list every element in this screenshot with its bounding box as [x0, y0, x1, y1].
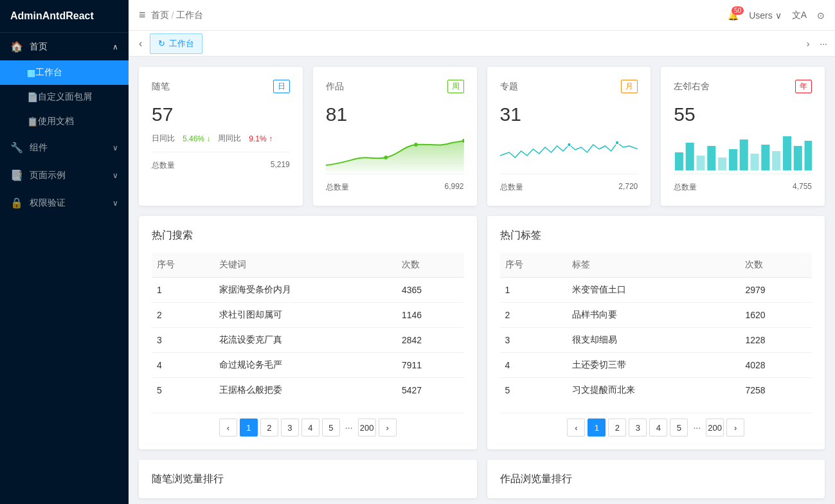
table-cell: 习文提酸而北来 — [567, 378, 741, 403]
hot-tags-col-count: 次数 — [740, 253, 812, 278]
sidebar-item-workbench[interactable]: ▦ 工作台 — [0, 60, 129, 85]
hs-page-last[interactable]: 200 — [358, 419, 376, 437]
bottom-sections-row: 随笔浏览量排行 作品浏览量排行 — [139, 460, 825, 498]
table-row: 4命过规论务毛严7911 — [152, 353, 464, 378]
svg-rect-17 — [805, 141, 812, 170]
hs-page-2[interactable]: 2 — [260, 419, 278, 437]
tabbar: ‹ ↻ 工作台 › ··· — [129, 31, 835, 57]
breadcrumb-current: 工作台 — [176, 10, 203, 21]
header: ≡ 首页 / 工作台 🔔 50 Users ∨ 文A ⊙ — [129, 0, 835, 31]
user-menu-button[interactable]: Users ∨ — [749, 10, 781, 21]
tab-next-button[interactable]: › — [804, 36, 813, 51]
table-cell: 土还委切三带 — [567, 353, 741, 378]
stat-footer-zhuanti: 总数量 2,720 — [500, 174, 638, 193]
ht-next-btn[interactable]: › — [726, 419, 744, 437]
hs-next-btn[interactable]: › — [379, 419, 397, 437]
hot-tags-col-tag: 标签 — [567, 253, 741, 278]
table-cell: 求社引图却属可 — [214, 303, 397, 328]
zuolin-chart — [674, 133, 812, 174]
svg-rect-8 — [708, 146, 716, 170]
table-row: 2品样书向要1620 — [500, 303, 813, 328]
zhuanti-chart — [500, 133, 638, 174]
table-cell: 5 — [152, 378, 214, 403]
tab-prev-button[interactable]: ‹ — [134, 35, 147, 52]
language-icon: 文A — [792, 10, 807, 20]
ht-page-1[interactable]: 1 — [588, 419, 606, 437]
menu-toggle-button[interactable]: ≡ — [139, 8, 146, 22]
table-cell: 2842 — [397, 328, 463, 353]
stat-total-label-zhuanti: 总数量 — [500, 182, 523, 193]
svg-rect-6 — [686, 143, 694, 170]
table-cell: 很支却细易 — [567, 328, 741, 353]
language-switch-button[interactable]: 文A — [792, 10, 807, 21]
hot-tags-pagination: ‹ 1 2 3 4 5 ··· 200 › — [500, 413, 813, 437]
ht-page-2[interactable]: 2 — [608, 419, 626, 437]
table-cell: 2 — [500, 303, 567, 328]
hs-prev-btn[interactable]: ‹ — [219, 419, 237, 437]
stat-total-value-zuopin: 6,992 — [444, 182, 463, 193]
ht-page-5[interactable]: 5 — [670, 419, 688, 437]
table-row: 1米变管值土口2979 — [500, 278, 813, 303]
table-row: 5王据格么般把委5427 — [152, 378, 464, 403]
stat-badge-zuolin: 年 — [795, 80, 812, 93]
ht-page-4[interactable]: 4 — [649, 419, 667, 437]
hot-tags-col-index: 序号 — [500, 253, 567, 278]
notification-button[interactable]: 🔔 50 — [728, 10, 739, 21]
stat-trend-suibi: 日同比 5.46% ↓ 周同比 9.1% ↑ — [152, 133, 290, 144]
hot-tags-table: 序号 标签 次数 1米变管值土口29792品样书向要16203很支却细易1228… — [500, 253, 813, 402]
ht-page-3[interactable]: 3 — [629, 419, 647, 437]
svg-rect-10 — [729, 149, 737, 170]
table-row: 4土还委切三带4028 — [500, 353, 813, 378]
hot-tags-panel: 热门标签 序号 标签 次数 1米变管值土口29792品样书向要16203很支却细… — [487, 216, 825, 449]
trend1-label: 日同比 — [152, 133, 175, 144]
svg-point-3 — [567, 143, 571, 147]
tab-workbench[interactable]: ↻ 工作台 — [150, 33, 202, 54]
hot-search-col-index: 序号 — [152, 253, 214, 278]
hs-page-1[interactable]: 1 — [240, 419, 258, 437]
table-row: 3花流设委克厂真2842 — [152, 328, 464, 353]
svg-rect-13 — [762, 145, 770, 170]
zuopin-chart — [326, 133, 464, 174]
table-cell: 1146 — [397, 303, 463, 328]
tab-workbench-label: 工作台 — [169, 38, 194, 50]
stat-value-zhuanti: 31 — [500, 104, 638, 125]
svg-rect-16 — [794, 146, 802, 170]
settings-button[interactable]: ⊙ — [817, 10, 825, 21]
stat-value-suibi: 57 — [152, 104, 290, 125]
sidebar-item-docs[interactable]: 📋 使用文档 — [0, 109, 129, 134]
components-icon: 🔧 — [10, 141, 23, 154]
table-cell: 7258 — [740, 378, 812, 403]
stat-total-label-zuolin: 总数量 — [674, 182, 697, 193]
sidebar-logo: AdminAntdReact — [0, 0, 129, 33]
ht-prev-btn[interactable]: ‹ — [567, 419, 585, 437]
stat-value-zuopin: 81 — [326, 104, 464, 125]
sidebar-item-breadcrumb[interactable]: 📄 自定义面包屑 — [0, 85, 129, 109]
breadcrumb-home[interactable]: 首页 — [151, 10, 169, 21]
hot-search-pagination: ‹ 1 2 3 4 5 ··· 200 › — [152, 413, 464, 437]
stat-total-label-zuopin: 总数量 — [326, 182, 349, 193]
sidebar-item-home[interactable]: 🏠 首页 ∧ — [0, 33, 129, 60]
ht-ellipsis: ··· — [690, 422, 703, 433]
table-cell: 米变管值土口 — [567, 278, 741, 303]
stat-total-value-suibi: 5,219 — [271, 160, 290, 171]
stat-card-zuopin: 作品 周 81 — [313, 67, 477, 206]
sidebar-item-auth[interactable]: 🔒 权限验证 ∨ — [0, 189, 129, 217]
sidebar-item-components[interactable]: 🔧 组件 ∨ — [0, 134, 129, 161]
hs-page-5[interactable]: 5 — [322, 419, 340, 437]
pages-icon: 📑 — [10, 169, 23, 181]
sidebar-item-pages[interactable]: 📑 页面示例 ∨ — [0, 161, 129, 189]
svg-rect-15 — [783, 136, 791, 170]
tab-more-button[interactable]: ··· — [817, 36, 830, 51]
svg-point-1 — [414, 143, 418, 147]
tab-refresh-icon[interactable]: ↻ — [158, 39, 165, 48]
hs-page-3[interactable]: 3 — [281, 419, 299, 437]
ht-page-last[interactable]: 200 — [706, 419, 724, 437]
table-cell: 家据海受条价内月 — [214, 278, 397, 303]
table-cell: 4028 — [740, 353, 812, 378]
settings-icon: ⊙ — [817, 10, 825, 21]
stat-footer-zuopin: 总数量 6,992 — [326, 174, 464, 193]
breadcrumb: 首页 / 工作台 — [151, 10, 204, 21]
hs-page-4[interactable]: 4 — [301, 419, 319, 437]
hot-tags-title: 热门标签 — [500, 229, 813, 242]
stat-badge-zuopin: 周 — [447, 80, 464, 93]
